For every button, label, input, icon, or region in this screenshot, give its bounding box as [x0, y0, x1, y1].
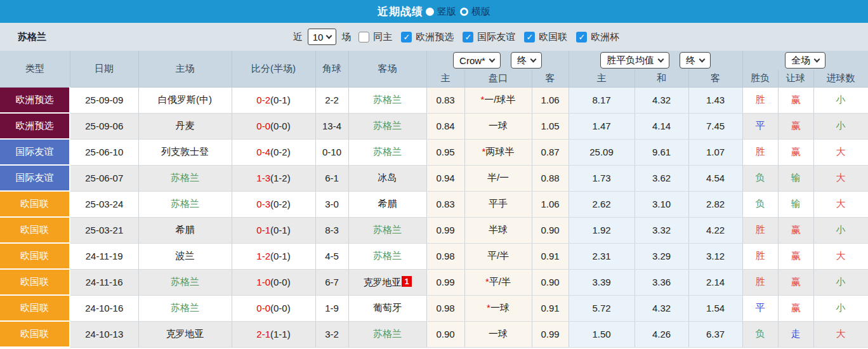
handicap-result-cell: 赢 [778, 87, 813, 113]
subheader-odds-away: 客 [532, 70, 569, 87]
home-team-cell: 白俄罗斯(中) [138, 87, 232, 113]
date-cell: 25-09-06 [70, 113, 138, 139]
away-team-cell: 希腊 [348, 191, 426, 217]
home-team-cell: 苏格兰 [138, 295, 232, 321]
date-cell: 25-09-09 [70, 87, 138, 113]
avg-time-dropdown[interactable]: 终 [680, 52, 711, 69]
date-cell: 24-10-13 [70, 321, 138, 347]
team-name: 苏格兰 [171, 172, 199, 183]
table-header: 类型 日期 主场 比分(半场) 角球 客场 Crow* 终 [0, 51, 868, 87]
avg-draw-cell: 3.36 [635, 269, 688, 295]
team-name: 波兰 [176, 250, 195, 261]
away-team-cell: 苏格兰 [348, 113, 426, 139]
filters: 近 10 场 同主 ✓ 欧洲预选 ✓ 国际友谊 ✓ 欧国联 ✓ 欧洲杯 [249, 29, 620, 45]
same-home-checkbox[interactable] [358, 32, 369, 43]
type-cell: 欧洲预选 [0, 87, 70, 113]
odds-home-cell: 0.84 [426, 113, 464, 139]
odds-away-cell: 1.06 [532, 191, 569, 217]
goals-cell: 小 [813, 87, 868, 113]
goals-cell: 小 [813, 113, 868, 139]
radio-horizontal-label: 横版 [471, 6, 490, 18]
header-home: 主场 [138, 51, 232, 87]
goals-cell: 大 [813, 165, 868, 191]
layout-radio-group: 竖版 横版 [426, 6, 490, 18]
avg-time-value: 终 [686, 55, 695, 67]
result-cell: 负 [742, 191, 778, 217]
team-name: 苏格兰 [373, 94, 402, 105]
result-cell: 胜 [742, 243, 778, 269]
table-row: 欧洲预选25-09-09白俄罗斯(中)0-2(0-1)2-2苏格兰0.83*一/… [0, 87, 868, 113]
title-bar: 近期战绩 竖版 横版 [0, 0, 868, 23]
corner-cell: 6-7 [315, 269, 348, 295]
odds-away-cell: 0.87 [532, 139, 569, 165]
handicap-result-cell: 赢 [778, 139, 813, 165]
comp-checkbox-0[interactable]: ✓ [401, 32, 412, 43]
comp-label-0: 欧洲预选 [416, 31, 454, 43]
handicap-result-cell: 赢 [778, 295, 813, 321]
comp-checkbox-1[interactable]: ✓ [463, 32, 473, 43]
odds-home-cell: 0.83 [426, 87, 464, 113]
away-team-cell: 苏格兰 [348, 139, 426, 165]
avg-away-cell: 1.54 [688, 295, 742, 321]
result-cell: 胜 [742, 139, 778, 165]
team-name: 希腊 [378, 198, 397, 209]
team-name: 苏格兰 [171, 198, 199, 209]
subheader-odds-home: 主 [426, 70, 464, 87]
subheader-avg-home: 主 [569, 70, 635, 87]
team-name: 苏格兰 [373, 146, 402, 157]
odds-time-dropdown[interactable]: 终 [511, 52, 542, 69]
avg-away-cell: 2.14 [688, 269, 742, 295]
odds-home-cell: 0.94 [426, 165, 464, 191]
filter-bar: 苏格兰 近 10 场 同主 ✓ 欧洲预选 ✓ 国际友谊 ✓ 欧国联 ✓ 欧洲杯 [0, 23, 868, 51]
odds-source-dropdown[interactable]: Crow* [453, 52, 501, 69]
avg-draw-cell: 3.10 [635, 191, 688, 217]
near-label: 近 [293, 31, 303, 43]
away-team-cell: 葡萄牙 [348, 295, 426, 321]
match-count-select[interactable]: 10 [308, 29, 337, 45]
result-cell: 平 [742, 113, 778, 139]
odds-away-cell: 0.99 [532, 321, 569, 347]
radio-horizontal-layout[interactable]: 横版 [460, 6, 490, 18]
home-team-cell: 列支敦士登 [138, 139, 232, 165]
chevron-down-icon [326, 32, 332, 39]
comp-checkbox-2[interactable]: ✓ [524, 32, 535, 43]
avg-home-cell: 3.39 [569, 269, 635, 295]
scope-group-header: 全场 [742, 51, 868, 70]
handicap-cell: *一球 [464, 295, 532, 321]
radio-vertical-layout[interactable]: 竖版 [426, 6, 456, 18]
home-team-cell: 波兰 [138, 243, 232, 269]
subheader-avg-away: 客 [688, 70, 742, 87]
team-name: 苏格兰 [171, 276, 199, 287]
score-cell: 0-0(0-0) [232, 295, 315, 321]
goals-cell: 大 [813, 321, 868, 347]
avg-home-cell: 5.72 [569, 295, 635, 321]
corner-cell: 3-0 [315, 191, 348, 217]
handicap-cell: 平手 [464, 191, 532, 217]
scope-dropdown[interactable]: 全场 [785, 52, 825, 69]
corner-cell: 13-4 [315, 113, 348, 139]
recent-results-panel: 近期战绩 竖版 横版 苏格兰 近 10 场 同主 ✓ 欧洲预选 ✓ [0, 0, 868, 349]
type-cell: 欧国联 [0, 321, 70, 347]
header-score: 比分(半场) [232, 51, 315, 87]
chevron-down-icon [530, 56, 536, 62]
avg-group-header: 胜平负均值 终 [569, 51, 742, 70]
chevron-down-icon [814, 56, 820, 62]
handicap-cell: *两球半 [464, 139, 532, 165]
corner-cell: 3-2 [315, 321, 348, 347]
team-name: 白俄罗斯(中) [158, 94, 212, 105]
header-away: 客场 [348, 51, 426, 87]
avg-source-value: 胜平负均值 [607, 55, 654, 67]
odds-home-cell: 0.99 [426, 269, 464, 295]
comp-checkbox-3[interactable]: ✓ [576, 32, 587, 43]
avg-draw-cell: 9.61 [635, 139, 688, 165]
avg-home-cell: 1.50 [569, 321, 635, 347]
avg-home-cell: 1.73 [569, 165, 635, 191]
handicap-cell: *平/半 [464, 269, 532, 295]
result-cell: 胜 [742, 269, 778, 295]
avg-source-dropdown[interactable]: 胜平负均值 [600, 52, 669, 69]
result-cell: 胜 [742, 87, 778, 113]
home-team-cell: 丹麦 [138, 113, 232, 139]
avg-draw-cell: 4.26 [635, 321, 688, 347]
handicap-result-cell: 输 [778, 165, 813, 191]
avg-away-cell: 4.54 [688, 165, 742, 191]
